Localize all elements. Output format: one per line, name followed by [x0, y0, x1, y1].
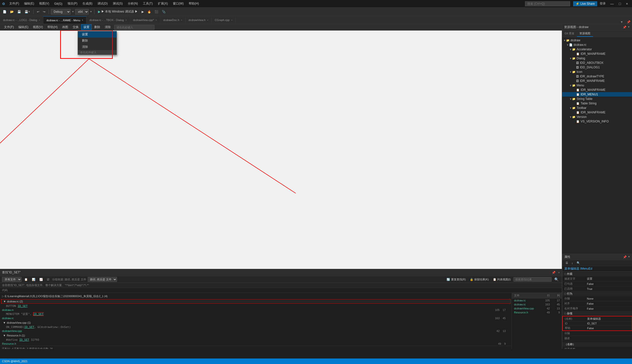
- tree-string-table-item[interactable]: 📋 Table String: [562, 101, 632, 106]
- tab-4[interactable]: dcdrawDoc.h ×: [160, 16, 185, 24]
- result-item-1-2[interactable]: MENUITEM "设置", ID_SET: [0, 312, 512, 316]
- menu-edit[interactable]: 编辑(E): [22, 1, 36, 6]
- menu-popup-settings[interactable]: 设置: [78, 31, 117, 38]
- menu-help[interactable]: 帮助(H): [187, 1, 201, 6]
- tree-string-table-folder[interactable]: ▼ 📁 String Table: [562, 97, 632, 101]
- menu-popup-input[interactable]: [78, 50, 117, 55]
- tree-root-dcdraw[interactable]: ▼ 📁 dcdraw: [562, 38, 632, 43]
- tree-idr-mainframe-menu[interactable]: 📋 IDR_MAINFRAME: [562, 88, 632, 92]
- tree-idr-dcdrawtype[interactable]: 🖼 IDR_dcdrawTYPE: [562, 74, 632, 79]
- save-btn[interactable]: 💾: [16, 10, 22, 14]
- menu-extensions[interactable]: 扩展(X): [156, 1, 170, 6]
- undo-btn[interactable]: ↩: [36, 10, 41, 14]
- menu-debug[interactable]: 调试(D): [95, 1, 110, 6]
- result-item-1-1[interactable]: BUTTON ID_SET: [0, 304, 512, 308]
- editor-menu-draw[interactable]: 画图: [60, 25, 70, 30]
- menu-test[interactable]: 测试(S): [111, 1, 125, 6]
- search-in-results-btn[interactable]: 🔍: [553, 277, 560, 282]
- file-result-1[interactable]: dcdraw.rc 105 17: [512, 298, 562, 302]
- run-button[interactable]: ▶ ▶ 本地 Windows 调试器 ▶: [96, 9, 139, 14]
- file-result-3[interactable]: dcdrawView.cpp 42 13: [512, 306, 562, 310]
- tab-6[interactable]: CGraph.cpp ×: [212, 16, 236, 24]
- tree-icon-folder[interactable]: ▼ 📁 Icon: [562, 70, 632, 74]
- result-group-1[interactable]: ▼ dcdraw.rc (2): [1, 299, 511, 304]
- resource-view-pin[interactable]: 📌: [623, 26, 626, 29]
- tab-2[interactable]: dcdraw.rc - ...TBOX - Dialog ×: [86, 16, 130, 24]
- tab-3-close[interactable]: ×: [155, 19, 157, 22]
- tree-idr-mainframe-icon[interactable]: 🖼 IDR_MAINFRAME: [562, 79, 632, 83]
- result-item-2-1[interactable]: ON_COMMAND(ID_SET, &CdcdrawView::OnSet): [0, 325, 512, 329]
- bottom-panel-pin[interactable]: 📌: [552, 271, 556, 274]
- search-results-input[interactable]: [513, 277, 552, 282]
- props-filter-btn[interactable]: 🔍: [575, 261, 581, 265]
- menu-file[interactable]: 文件(F): [7, 1, 21, 6]
- menu-popup-delete[interactable]: 删除: [78, 38, 117, 44]
- tree-idd-dialog1[interactable]: 🖼 IDD_DIALOG1: [562, 65, 632, 70]
- tree-idr-mainframe-toolbar[interactable]: 📋 IDR_MAINFRAME: [562, 110, 632, 115]
- editor-menu-clear[interactable]: 清除: [103, 25, 113, 30]
- resource-view-dropdown[interactable]: ▼: [627, 26, 630, 29]
- props-grid-btn[interactable]: ☰: [564, 261, 569, 265]
- search-scope-dropdown[interactable]: 所有文件: [2, 277, 22, 282]
- tree-idr-menu1[interactable]: 📋 IDR_MENU1: [562, 92, 632, 97]
- menu-window[interactable]: 窗口(W): [171, 1, 186, 6]
- repeat-search-btn[interactable]: 🔄 重复查找(R): [445, 277, 467, 282]
- tab-pin-btn[interactable]: 📌: [625, 20, 632, 24]
- tab-git-changes[interactable]: Git 更改: [562, 31, 577, 37]
- tree-accelerator[interactable]: ▼ 📁 Accelerator: [562, 47, 632, 52]
- tab-1-close[interactable]: ×: [82, 19, 83, 22]
- menu-build[interactable]: 生成(B): [80, 1, 94, 6]
- editor-menu-help[interactable]: 帮助(H): [45, 25, 60, 30]
- editor-menu-view[interactable]: 视图(V): [31, 25, 45, 30]
- toolbar-icon-3[interactable]: 📈: [38, 277, 44, 282]
- tab-5[interactable]: dcdrawView.h ×: [185, 16, 212, 24]
- editor-menu-input[interactable]: [114, 25, 154, 30]
- editor-menu-edit[interactable]: 编辑(E): [16, 25, 30, 30]
- menu-tools[interactable]: 工具(T): [141, 1, 155, 6]
- tree-dcdraw-rc[interactable]: ▼ 📄 dcdraw.rc: [562, 43, 632, 47]
- tree-dialog[interactable]: ▼ 📁 Dialog: [562, 56, 632, 61]
- editor-menu-settings[interactable]: 设置: [81, 24, 92, 30]
- list-view-btn[interactable]: 📋 列表视图(I): [492, 277, 512, 282]
- save-all-btn[interactable]: 💾+: [23, 10, 31, 14]
- toolbar-icon-1[interactable]: 📋: [23, 277, 29, 282]
- tab-0-close[interactable]: ×: [39, 19, 40, 22]
- editor-menu-exchange[interactable]: 交换: [71, 25, 81, 30]
- redo-btn[interactable]: ↪: [42, 10, 47, 14]
- tree-menu-folder[interactable]: ▼ 📁 Menu: [562, 83, 632, 88]
- debug-config-dropdown[interactable]: Debug Release: [51, 9, 71, 15]
- tree-vs-version-info[interactable]: 📋 VS_VERSION_INFO: [562, 119, 632, 124]
- props-pin[interactable]: 📌: [623, 255, 627, 259]
- tree-toolbar-folder[interactable]: ▼ 📁 Toolbar: [562, 106, 632, 110]
- attach-btn[interactable]: 📎: [161, 10, 167, 14]
- tab-3[interactable]: dcdrawView.cpp* ×: [130, 16, 160, 24]
- hot-reload-btn[interactable]: 🔥: [146, 10, 152, 14]
- toolbar-icon-2[interactable]: 📊: [31, 277, 37, 282]
- props-sort-btn[interactable]: ↕: [570, 261, 574, 265]
- menu-view[interactable]: 视图(V): [37, 1, 51, 6]
- tree-idd-aboutbox[interactable]: 🖼 IDD_ABOUTBOX: [562, 61, 632, 65]
- toolbar-icon-4[interactable]: ☑: [46, 277, 51, 282]
- result-group-3[interactable]: ▼ Resource.h (1): [1, 333, 511, 337]
- close-btn[interactable]: ×: [624, 2, 630, 6]
- editor-menu-delete[interactable]: 删除: [92, 25, 102, 30]
- menu-git[interactable]: Git(G): [52, 2, 64, 6]
- tab-overflow-btn[interactable]: ▼: [618, 20, 625, 24]
- props-dropdown[interactable]: ▼: [628, 255, 630, 259]
- play-btn2[interactable]: ▶: [140, 10, 145, 14]
- search-input[interactable]: [525, 1, 570, 6]
- file-result-4[interactable]: Resource.h 49 9: [512, 310, 562, 314]
- editor-menu-file[interactable]: 文件(F): [2, 25, 16, 30]
- login-btn[interactable]: 登录: [598, 2, 607, 6]
- tab-2-close[interactable]: ×: [125, 19, 127, 22]
- tab-5-close[interactable]: ×: [207, 19, 208, 22]
- menu-project[interactable]: 项目(P): [65, 1, 79, 6]
- open-btn[interactable]: 📂: [9, 10, 15, 14]
- groupby-dropdown[interactable]: 路径, 然后是 文件: [88, 277, 117, 282]
- stop-btn[interactable]: ⬛: [153, 10, 160, 14]
- tab-resource-view[interactable]: 资源视图: [577, 31, 593, 37]
- result-item-3-1[interactable]: #define ID_SET 32793: [0, 338, 512, 342]
- result-group-2[interactable]: ▼ dcdrawView.cpp (1): [1, 321, 511, 325]
- tab-6-close[interactable]: ×: [231, 19, 233, 22]
- tree-idr-mainframe-accel[interactable]: 📋 IDR_MAINFRAME: [562, 52, 632, 56]
